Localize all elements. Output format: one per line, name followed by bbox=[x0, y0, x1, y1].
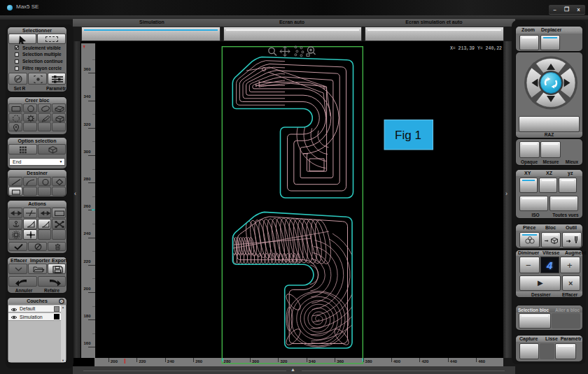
svg-text:Fig 1: Fig 1 bbox=[395, 129, 421, 142]
svg-text:X= 213,39 Y= 240,22: X= 213,39 Y= 240,22 bbox=[450, 46, 502, 51]
